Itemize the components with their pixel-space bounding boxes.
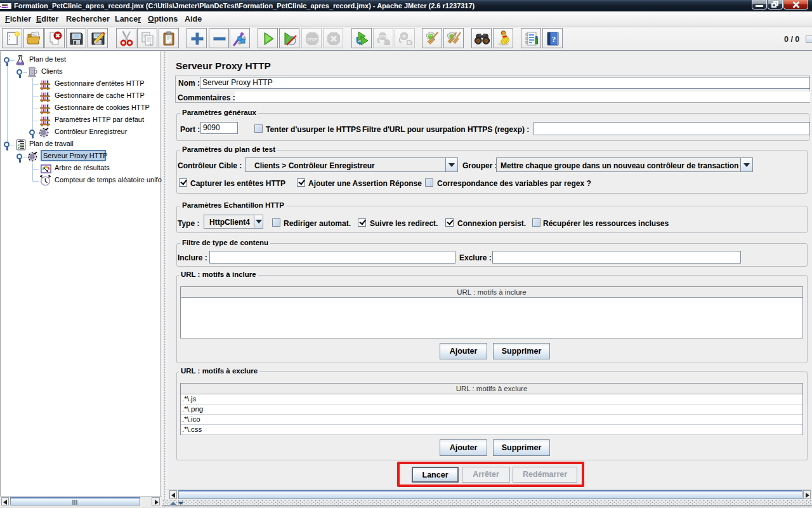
svg-text:?: ? [552,34,556,44]
svg-text:STOP: STOP [379,35,386,38]
svg-text:STOP: STOP [307,37,317,41]
